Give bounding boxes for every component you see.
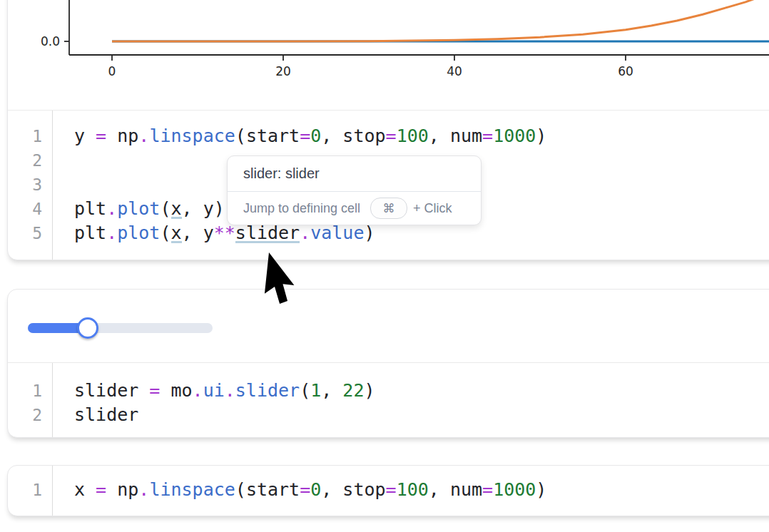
code-content: y = np.linspace(start=0, stop=100, num=1… — [42, 124, 546, 148]
x-tick-label: 20 — [275, 64, 291, 78]
code-content — [42, 148, 74, 173]
code-token: x — [171, 198, 182, 219]
code-line[interactable]: 2slider — [8, 403, 769, 427]
code-token: 100 — [397, 126, 429, 146]
code-token: slider — [235, 222, 300, 243]
matplotlib-plot-output: 0.00204060 — [0, 0, 769, 109]
code-token: , num — [429, 479, 482, 500]
code-token: plot — [117, 222, 160, 243]
code-content — [42, 173, 74, 197]
code-token: ) — [536, 479, 546, 500]
code-token: ) — [536, 126, 546, 146]
slider-thumb[interactable] — [77, 317, 98, 339]
x-tick-label: 40 — [447, 64, 462, 78]
variable-tooltip: slider: slider Jump to defining cell ⌘ +… — [227, 155, 482, 225]
tooltip-action-label: Jump to defining cell — [243, 201, 360, 216]
line-number: 1 — [8, 379, 42, 403]
x-tick-label: 0 — [108, 64, 116, 78]
code-token: ) — [364, 380, 375, 401]
code-line[interactable]: 1y = np.linspace(start=0, stop=100, num=… — [8, 124, 769, 148]
code-content: slider — [42, 403, 138, 427]
code-token: 0 — [310, 126, 321, 146]
series-line-orange — [112, 0, 763, 41]
code-token: , num — [429, 126, 482, 146]
code-token: , y) — [182, 198, 225, 219]
output-code-divider — [8, 110, 769, 111]
code-token: . — [106, 198, 117, 219]
code-token: slider — [74, 404, 138, 425]
code-token: start — [246, 126, 300, 146]
line-number: 1 — [8, 478, 42, 502]
code-token: = — [300, 126, 310, 146]
code-content: slider = mo.ui.slider(1, 22) — [42, 379, 375, 403]
code-token: . — [300, 222, 310, 243]
code-token: value — [310, 222, 364, 243]
code-token: ** — [214, 222, 235, 243]
code-token: , y — [182, 222, 214, 243]
code-token: ) — [364, 222, 375, 243]
code-token: plt — [74, 198, 106, 219]
code-token: 1 — [310, 380, 321, 401]
code-token: 1000 — [493, 479, 536, 500]
notebook-page: { "colors": { "code-text": "#1f2328", "c… — [0, 0, 769, 532]
code-token: ( — [160, 198, 170, 219]
code-token: 0 — [310, 479, 321, 500]
code-token: y — [74, 126, 96, 146]
code-token: . — [225, 380, 235, 401]
code-token: linspace — [149, 126, 235, 146]
code-token: = — [386, 126, 397, 146]
code-content: plt.plot(x, y) — [42, 197, 225, 221]
code-token: 1000 — [493, 126, 536, 146]
code-line[interactable]: 1slider = mo.ui.slider(1, 22) — [8, 379, 769, 403]
x-tick-label: 60 — [618, 64, 633, 78]
output-code-divider — [8, 362, 769, 363]
slider-output — [8, 290, 769, 362]
line-number: 4 — [8, 197, 42, 221]
code-token: . — [138, 479, 149, 500]
tooltip-variable-name: slider: slider — [228, 156, 481, 191]
code-token: , — [321, 380, 342, 401]
code-token: ( — [160, 222, 170, 243]
code-token: = — [96, 479, 106, 500]
code-token: slider — [74, 380, 149, 401]
code-token: mo — [160, 380, 192, 401]
mouse-cursor-icon — [264, 251, 314, 315]
code-token: = — [149, 380, 160, 401]
code-token: np — [106, 479, 138, 500]
code-editor[interactable]: 1x = np.linspace(start=0, stop=100, num=… — [8, 478, 769, 502]
tooltip-click-hint: + Click — [413, 201, 452, 216]
code-token: np — [106, 126, 138, 146]
code-token: = — [300, 479, 310, 500]
code-token: . — [106, 222, 117, 243]
code-token: = — [482, 479, 493, 500]
code-token: , stop — [321, 479, 385, 500]
code-token: = — [386, 479, 397, 500]
code-token: start — [246, 479, 300, 500]
code-token: ( — [235, 126, 246, 146]
code-token: , stop — [321, 126, 385, 146]
y-tick-label: 0.0 — [41, 34, 60, 48]
code-token: = — [482, 126, 493, 146]
command-key-symbol: ⌘ — [383, 201, 395, 216]
code-token: 100 — [397, 479, 429, 500]
code-token: ( — [300, 380, 310, 401]
notebook-cell-x[interactable]: 1x = np.linspace(start=0, stop=100, num=… — [7, 465, 769, 516]
line-number: 2 — [8, 148, 42, 173]
code-token: . — [138, 126, 149, 146]
code-token: plt — [74, 222, 106, 243]
line-number: 1 — [8, 124, 42, 148]
tooltip-jump-action[interactable]: Jump to defining cell ⌘ + Click — [228, 192, 481, 225]
code-token: x — [74, 479, 96, 500]
slider-track[interactable] — [28, 323, 213, 333]
code-token: slider — [235, 380, 300, 401]
line-number: 2 — [8, 403, 42, 427]
code-token: 22 — [342, 380, 364, 401]
code-content: x = np.linspace(start=0, stop=100, num=1… — [42, 478, 546, 502]
notebook-cell-slider[interactable]: 1slider = mo.ui.slider(1, 22)2slider — [7, 289, 769, 438]
line-number: 5 — [8, 221, 42, 245]
code-editor[interactable]: 1slider = mo.ui.slider(1, 22)2slider — [8, 379, 769, 427]
code-line[interactable]: 1x = np.linspace(start=0, stop=100, num=… — [8, 478, 769, 502]
code-token: = — [96, 126, 106, 146]
code-token: plot — [117, 198, 160, 219]
line-number: 3 — [8, 173, 42, 197]
